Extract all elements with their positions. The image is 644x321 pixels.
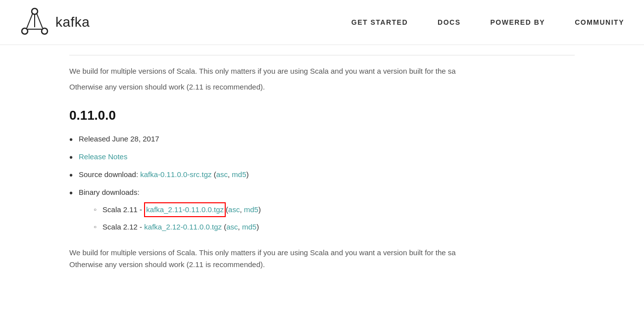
list-item-release-notes: • Release Notes: [69, 151, 575, 164]
bullet-icon: •: [69, 186, 73, 199]
scala-212-item: ○ Scala 2.12 - kafka_2.12-0.11.0.0.tgz (…: [94, 221, 261, 233]
main-content: We build for multiple versions of Scala.…: [0, 45, 644, 271]
scala-211-label: Scala 2.11: [102, 204, 138, 216]
list-item-binary-downloads: • Binary downloads: ○ Scala 2.11 - kafka…: [69, 186, 575, 237]
source-tgz-link[interactable]: kafka-0.11.0.0-src.tgz: [140, 169, 211, 181]
scala-212-label: Scala 2.12: [102, 221, 138, 233]
binary-downloads-label: Binary downloads:: [79, 188, 140, 196]
release-date-text: Released June 28, 2017: [79, 133, 159, 145]
navbar: kafka GET STARTED DOCS POWERED BY COMMUN…: [0, 0, 644, 45]
svg-line-3: [27, 13, 33, 28]
intro-text-line1: We build for multiple versions of Scala.…: [69, 55, 575, 77]
navbar-nav: GET STARTED DOCS POWERED BY COMMUNITY: [351, 18, 624, 26]
scala-list: ○ Scala 2.11 - kafka_2.11-0.11.0.0.tgz (…: [94, 202, 261, 233]
bullet-icon: •: [69, 169, 73, 182]
source-md5-link[interactable]: md5: [232, 169, 246, 181]
main-list: • Released June 28, 2017 • Release Notes…: [69, 133, 575, 237]
kafka-211-asc-link[interactable]: asc: [228, 204, 240, 216]
kafka-212-asc-link[interactable]: asc: [226, 221, 238, 233]
source-download-prefix: Source download:: [79, 169, 140, 181]
kafka-212-md5-link[interactable]: md5: [242, 221, 256, 233]
nav-get-started[interactable]: GET STARTED: [351, 18, 408, 26]
brand-name: kafka: [55, 14, 90, 30]
bullet-icon: •: [69, 151, 73, 164]
kafka-211-md5-link[interactable]: md5: [244, 204, 258, 216]
brand[interactable]: kafka: [20, 7, 90, 37]
scala-211-item: ○ Scala 2.11 - kafka_2.11-0.11.0.0.tgz (…: [94, 202, 261, 217]
source-asc-link[interactable]: asc: [216, 169, 228, 181]
nav-docs[interactable]: DOCS: [438, 18, 460, 26]
nav-powered-by[interactable]: POWERED BY: [490, 18, 545, 26]
kafka-logo-icon: [20, 7, 50, 37]
sub-bullet-icon: ○: [94, 223, 97, 231]
svg-point-2: [42, 28, 48, 34]
footer-text-line1: We build for multiple versions of Scala.…: [69, 247, 575, 259]
svg-line-4: [37, 13, 43, 28]
bullet-icon: •: [69, 133, 73, 146]
footer-text-line2: Otherwise any version should work (2.11 …: [69, 259, 575, 271]
kafka-212-tgz-link[interactable]: kafka_2.12-0.11.0.0.tgz: [144, 221, 222, 233]
kafka-211-tgz-link[interactable]: kafka_2.11-0.11.0.0.tgz: [144, 202, 226, 217]
nav-community[interactable]: COMMUNITY: [575, 18, 624, 26]
release-notes-link[interactable]: Release Notes: [79, 151, 127, 163]
sub-bullet-icon: ○: [94, 206, 97, 214]
intro-text-line2: Otherwise any version should work (2.11 …: [69, 81, 575, 93]
list-item-source-download: • Source download: kafka-0.11.0.0-src.tg…: [69, 169, 575, 182]
list-item-date: • Released June 28, 2017: [69, 133, 575, 146]
svg-point-1: [22, 28, 28, 34]
binary-downloads-section: Binary downloads: ○ Scala 2.11 - kafka_2…: [79, 186, 261, 237]
version-heading: 0.11.0.0: [69, 108, 575, 123]
